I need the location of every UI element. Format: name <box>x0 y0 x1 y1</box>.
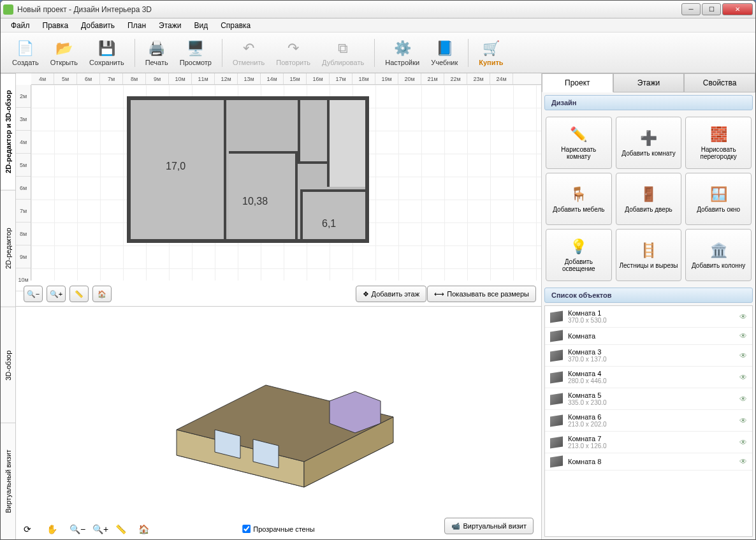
add-floor-button[interactable]: ❖Добавить этаж <box>356 286 426 302</box>
tab-project[interactable]: Проект <box>542 73 613 92</box>
zoom-in-button[interactable]: 🔍+ <box>47 286 66 302</box>
menu-add[interactable]: Добавить <box>76 20 120 31</box>
layers-icon: ❖ <box>363 290 369 298</box>
3d-model[interactable] <box>138 340 419 506</box>
draw-room-button[interactable]: ✏️Нарисовать комнату <box>546 117 612 169</box>
visibility-icon[interactable]: 👁 <box>739 332 747 340</box>
duplicate-button[interactable]: ⧉Дублировать <box>317 37 369 69</box>
zoom-in-3d-button[interactable]: 🔍+ <box>92 524 112 534</box>
object-name: Комната 3 <box>568 348 734 356</box>
list-item[interactable]: Комната 7213.0 x 126.0👁 <box>545 432 752 453</box>
list-item[interactable]: Комната 1370.0 x 530.0👁 <box>545 306 752 328</box>
add-door-button[interactable]: 🚪Добавить дверь <box>616 173 682 225</box>
design-grid: ✏️Нарисовать комнату ➕Добавить комнату 🧱… <box>542 113 755 285</box>
zoom-out-button[interactable]: 🔍− <box>24 286 43 302</box>
settings-button[interactable]: ⚙️Настройки <box>380 37 425 69</box>
print-button[interactable]: 🖨️Печать <box>140 37 173 69</box>
titlebar: Новый проект - Дизайн Интерьера 3D ─ ☐ ✕ <box>1 1 755 18</box>
floorplan[interactable]: 17,0 10,38 6,1 <box>127 96 369 243</box>
maximize-button[interactable]: ☐ <box>702 3 721 15</box>
zoom-out-3d-button[interactable]: 🔍− <box>69 524 89 534</box>
visibility-icon[interactable]: 👁 <box>739 395 747 404</box>
virtual-visit-button[interactable]: 📹Виртуальный визит <box>444 518 534 534</box>
tab-properties[interactable]: Свойства <box>684 73 755 92</box>
tab-virtual[interactable]: Виртуальный визит <box>1 423 15 539</box>
tab-2d-3d[interactable]: 2D-редактор и 3D-обзор <box>1 73 15 190</box>
object-name: Комната 4 <box>568 370 734 377</box>
list-item[interactable]: Комната👁 <box>545 328 752 345</box>
measure-3d-button[interactable]: 📏 <box>115 524 134 534</box>
transparent-walls-input[interactable] <box>242 525 251 533</box>
open-button[interactable]: 📂Открыть <box>45 37 83 69</box>
pan-button[interactable]: ✋ <box>47 524 66 534</box>
room-b-label: 10,38 <box>242 196 268 207</box>
object-name: Комната 6 <box>568 413 734 421</box>
design-header: Дизайн <box>544 95 753 110</box>
2d-viewport[interactable]: 4м5м6м7м8м9м10м11м12м13м14м15м16м17м18м1… <box>16 73 541 306</box>
tab-3d[interactable]: 3D-обзор <box>1 307 15 423</box>
create-button[interactable]: 📄Создать <box>7 37 44 69</box>
room-e[interactable] <box>327 100 365 187</box>
visibility-icon[interactable]: 👁 <box>739 312 747 321</box>
object-dim: 213.0 x 126.0 <box>568 442 734 449</box>
object-dim: 335.0 x 230.0 <box>568 399 734 406</box>
list-item[interactable]: Комната 6213.0 x 202.0👁 <box>545 410 752 432</box>
draw-wall-button[interactable]: 🧱Нарисовать перегородку <box>685 117 752 169</box>
ruler-vertical: 2м3м4м5м6м7м8м9м10м <box>16 85 31 281</box>
undo-icon: ↶ <box>240 40 258 57</box>
home-button[interactable]: 🏠 <box>92 286 112 302</box>
close-button[interactable]: ✕ <box>722 3 753 15</box>
column-icon: 🏛️ <box>709 242 727 259</box>
visibility-icon[interactable]: 👁 <box>739 373 747 382</box>
stairs-button[interactable]: 🪜Лестницы и вырезы <box>616 229 682 281</box>
preview-button[interactable]: 🖥️Просмотр <box>175 37 217 69</box>
add-light-button[interactable]: 💡Добавить освещение <box>546 229 612 281</box>
visibility-icon[interactable]: 👁 <box>739 457 747 466</box>
monitor-icon: 🖥️ <box>187 40 205 57</box>
2d-canvas[interactable]: 17,0 10,38 6,1 <box>31 85 541 281</box>
show-dimensions-button[interactable]: ⟷Показывать все размеры <box>427 286 536 302</box>
tab-2d[interactable]: 2D-редактор <box>1 190 15 307</box>
tutorial-button[interactable]: 📘Учебник <box>426 37 463 69</box>
room-c[interactable] <box>300 189 365 239</box>
redo-button[interactable]: ↷Повторить <box>271 37 316 69</box>
folder-icon: 📂 <box>55 40 73 57</box>
add-room-button[interactable]: ➕Добавить комнату <box>616 117 682 169</box>
cube-icon <box>550 393 563 405</box>
save-button[interactable]: 💾Сохранить <box>84 37 129 69</box>
room-d[interactable] <box>298 100 327 164</box>
transparent-walls-checkbox[interactable]: Прозрачные стены <box>242 525 314 533</box>
3d-viewport[interactable]: ⟳ ✋ 🔍− 🔍+ 📏 🏠 Прозрачные стены 📹Виртуаль… <box>16 306 541 539</box>
buy-button[interactable]: 🛒Купить <box>474 37 508 69</box>
object-name: Комната 7 <box>568 435 734 442</box>
room-b[interactable] <box>229 151 298 239</box>
add-window-button[interactable]: 🪟Добавить окно <box>685 173 752 225</box>
visibility-icon[interactable]: 👁 <box>739 351 747 360</box>
list-item[interactable]: Комната 4280.0 x 446.0👁 <box>545 367 752 388</box>
list-item[interactable]: Комната 8👁 <box>545 453 752 471</box>
list-item[interactable]: Комната 5335.0 x 230.0👁 <box>545 388 752 410</box>
add-column-button[interactable]: 🏛️Добавить колонну <box>685 229 752 281</box>
list-item[interactable]: Комната 3370.0 x 137.0👁 <box>545 345 752 367</box>
object-name: Комната <box>568 332 734 340</box>
menu-floors[interactable]: Этажи <box>154 20 186 31</box>
add-furniture-button[interactable]: 🪑Добавить мебель <box>546 173 612 225</box>
menu-view[interactable]: Вид <box>189 20 213 31</box>
save-icon: 💾 <box>98 40 115 57</box>
menu-edit[interactable]: Правка <box>38 20 74 31</box>
visibility-icon[interactable]: 👁 <box>739 416 747 425</box>
object-list[interactable]: Комната 1370.0 x 530.0👁Комната👁Комната 3… <box>544 305 753 537</box>
menu-file[interactable]: Файл <box>6 20 35 31</box>
minimize-button[interactable]: ─ <box>681 3 701 15</box>
visibility-icon[interactable]: 👁 <box>739 438 747 447</box>
window-title: Новый проект - Дизайн Интерьера 3D <box>17 5 681 14</box>
menu-plan[interactable]: План <box>122 20 151 31</box>
home-3d-button[interactable]: 🏠 <box>138 524 157 534</box>
measure-button[interactable]: 📏 <box>69 286 89 302</box>
object-dim: 213.0 x 202.0 <box>568 421 734 428</box>
object-dim: 280.0 x 446.0 <box>568 377 734 384</box>
menu-help[interactable]: Справка <box>215 20 256 31</box>
undo-button[interactable]: ↶Отменить <box>228 37 270 69</box>
tab-floors[interactable]: Этажи <box>613 73 685 92</box>
rotate-button[interactable]: ⟳ <box>24 524 43 534</box>
